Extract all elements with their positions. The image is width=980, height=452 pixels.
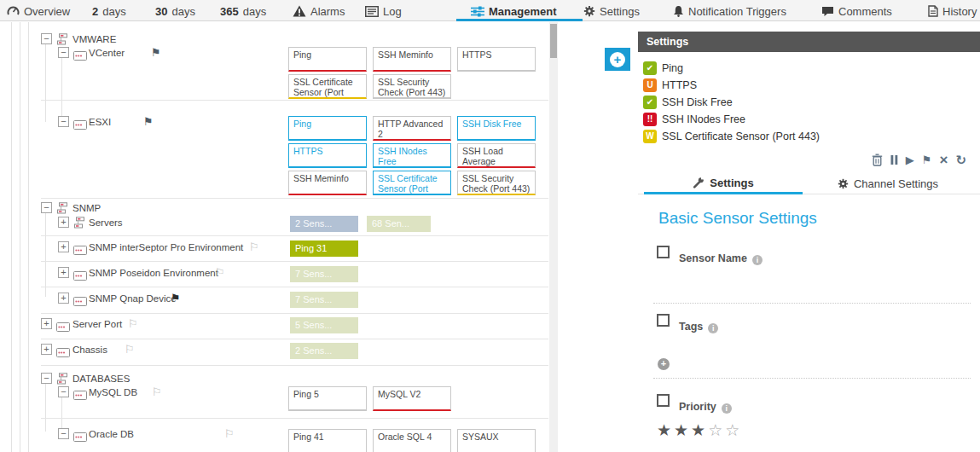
sensor-chip-https[interactable]: HTTPS — [457, 47, 536, 72]
priority-checkbox[interactable] — [657, 394, 670, 407]
sensor-count-badge[interactable]: 68 Sen... — [367, 216, 431, 232]
tags-checkbox[interactable] — [657, 314, 670, 327]
expand-toggle-snmp-poseidon-environment[interactable]: + — [58, 267, 69, 278]
device-label-snmp-qnap-device[interactable]: SNMP Qnap Device — [89, 293, 177, 304]
expand-toggle-chassis[interactable]: + — [41, 344, 52, 355]
nav-item-log[interactable]: Log — [365, 3, 402, 20]
device-label-esxi[interactable]: ESXI — [89, 117, 111, 127]
priority-stars[interactable]: ★★★☆☆ — [657, 420, 742, 440]
nav-item-settings[interactable]: Settings — [583, 3, 640, 20]
collapse-toggle-oracle-db[interactable]: − — [58, 428, 69, 439]
nav-item-alarms[interactable]: Alarms — [293, 3, 345, 20]
nav-item-365-days[interactable]: 365days — [220, 3, 266, 20]
sensor-chip-ssh-meminfo[interactable]: SSH Meminfo — [288, 171, 367, 195]
pause-icon[interactable] — [890, 154, 898, 165]
sensor-chip-oracle-sql-4[interactable]: Oracle SQL 4 — [373, 429, 451, 452]
sensor-chip-ssh-load-average[interactable]: SSH Load Average — [457, 143, 536, 168]
flag-icon[interactable]: ⚐ — [249, 241, 259, 252]
add-object-button[interactable]: + — [605, 48, 630, 71]
sensor-chip-ssh-inodes-free[interactable]: SSH INodes Free — [373, 143, 451, 168]
nav-item-2-days[interactable]: 2days — [92, 3, 126, 20]
star-4-empty[interactable]: ☆ — [708, 421, 725, 439]
device-label-mysql-db[interactable]: MySQL DB — [89, 387, 137, 397]
flag-icon[interactable]: ⚐ — [128, 318, 138, 329]
sensor-chip-ssl-security-check-port-443[interactable]: SSL Security Check (Port 443) — [373, 74, 451, 99]
close-icon[interactable]: × — [939, 154, 948, 166]
nav-item-management[interactable]: Management — [471, 3, 556, 20]
group-label-servers[interactable]: Servers — [89, 217, 123, 228]
star-5-empty[interactable]: ☆ — [725, 421, 742, 439]
sensor-chip-https[interactable]: HTTPS — [288, 143, 367, 168]
sensor-chip-ping-5[interactable]: Ping 5 — [288, 386, 367, 411]
sensor-chip-ping[interactable]: Ping — [288, 47, 367, 72]
sensor-count-badge[interactable]: 2 Sens... — [290, 343, 358, 359]
sensor-count-badge[interactable]: Ping 31 — [290, 240, 358, 257]
flag-icon[interactable]: ⚐ — [215, 267, 225, 278]
tree-scrollbar-thumb[interactable] — [550, 24, 557, 58]
expand-toggle-snmp-qnap-device[interactable]: + — [58, 293, 69, 304]
flag-icon[interactable]: ⚑ — [922, 154, 932, 166]
sensor-count-badge[interactable]: 7 Sens... — [290, 266, 358, 282]
device-label-oracle-db[interactable]: Oracle DB — [89, 429, 134, 439]
nav-item-comments[interactable]: Comments — [821, 3, 892, 20]
device-label-server-port[interactable]: Server Port — [72, 319, 122, 329]
expand-toggle-snmp-interseptor-pro-environment[interactable]: + — [58, 241, 69, 252]
delete-icon[interactable] — [872, 154, 883, 166]
collapse-toggle-vmware[interactable]: − — [41, 33, 52, 44]
sensor-chip-ping[interactable]: Ping — [288, 116, 367, 141]
star-2-filled[interactable]: ★ — [674, 421, 691, 439]
star-3-filled[interactable]: ★ — [691, 421, 708, 439]
group-label-vmware[interactable]: VMWARE — [72, 34, 116, 44]
tab-settings[interactable]: Settings — [644, 173, 803, 194]
tab-channel-settings[interactable]: Channel Settings — [809, 173, 967, 194]
sensor-chip-ssl-security-check-port-443[interactable]: SSL Security Check (Port 443) — [457, 171, 536, 195]
collapse-toggle-vcenter[interactable]: − — [58, 47, 69, 58]
device-label-snmp-interseptor-pro-environment[interactable]: SNMP interSeptor Pro Environment — [89, 242, 243, 252]
collapse-toggle-mysql-db[interactable]: − — [58, 386, 69, 397]
selected-sensor-ping[interactable]: ✔Ping — [643, 61, 683, 75]
sensor-count-badge[interactable]: 7 Sens... — [290, 292, 358, 308]
collapse-toggle-databases[interactable]: − — [41, 373, 52, 384]
device-label-snmp-poseidon-environment[interactable]: SNMP Poseidon Environment — [89, 268, 218, 278]
star-1-filled[interactable]: ★ — [657, 421, 674, 439]
device-label-chassis[interactable]: Chassis — [72, 345, 107, 355]
nav-item-overview[interactable]: Overview — [7, 3, 70, 20]
sensor-chip-ssh-meminfo[interactable]: SSH Meminfo — [373, 47, 451, 72]
collapse-toggle-esxi[interactable]: − — [58, 116, 69, 127]
sensor-count-badge[interactable]: 2 Sens... — [290, 216, 358, 232]
selected-sensor-ssh-disk-free[interactable]: ✔SSH Disk Free — [643, 95, 733, 109]
flag-icon[interactable]: ⚐ — [224, 428, 235, 439]
group-label-snmp[interactable]: SNMP — [72, 203, 101, 213]
device-label-vcenter[interactable]: VCenter — [89, 48, 125, 58]
info-icon[interactable]: i — [722, 403, 732, 414]
sensor-count-badge[interactable]: 5 Sens... — [290, 317, 358, 333]
flag-icon[interactable]: ⚐ — [125, 344, 135, 355]
sensor-chip-ssl-certificate-sensor-port-443[interactable]: SSL Certificate Sensor (Port 443) — [373, 171, 451, 195]
sensor-chip-mysql-v2[interactable]: MySQL V2 — [373, 386, 451, 411]
tree-scrollbar[interactable] — [549, 22, 558, 452]
sensor-chip-ssl-certificate-sensor-port-443[interactable]: SSL Certificate Sensor (Port 443) — [288, 74, 367, 99]
add-tag-button[interactable]: + — [658, 358, 670, 370]
info-icon[interactable]: i — [752, 255, 763, 265]
sensor-chip-ping-41[interactable]: Ping 41 — [288, 429, 367, 452]
selected-sensor-https[interactable]: UHTTPS — [643, 78, 697, 92]
sensor-chip-ssh-disk-free[interactable]: SSH Disk Free — [457, 116, 536, 141]
selected-sensor-ssh-inodes-free[interactable]: !!SSH INodes Free — [643, 112, 745, 126]
flag-icon[interactable]: ⚑ — [143, 116, 154, 127]
play-icon[interactable]: ▶ — [906, 154, 914, 166]
expand-toggle-servers[interactable]: + — [58, 217, 69, 228]
flag-icon[interactable]: ⚐ — [152, 386, 162, 397]
group-label-databases[interactable]: DATABASES — [72, 374, 130, 384]
nav-item-notification-triggers[interactable]: Notification Triggers — [673, 3, 786, 20]
sensor-chip-sysaux[interactable]: SYSAUX — [457, 429, 536, 452]
flag-icon[interactable]: ⚑ — [171, 293, 181, 304]
selected-sensor-ssl-certificate-sensor-port-443[interactable]: WSSL Certificate Sensor (Port 443) — [643, 129, 820, 143]
flag-icon[interactable]: ⚑ — [151, 47, 161, 58]
collapse-toggle-snmp[interactable]: − — [41, 202, 52, 213]
refresh-icon[interactable]: ↻ — [955, 154, 966, 166]
nav-item-30-days[interactable]: 30days — [155, 3, 195, 20]
expand-toggle-server-port[interactable]: + — [41, 318, 52, 329]
sensor-name-checkbox[interactable] — [657, 246, 670, 258]
info-icon[interactable]: i — [708, 323, 718, 333]
nav-item-history[interactable]: History — [928, 3, 977, 20]
